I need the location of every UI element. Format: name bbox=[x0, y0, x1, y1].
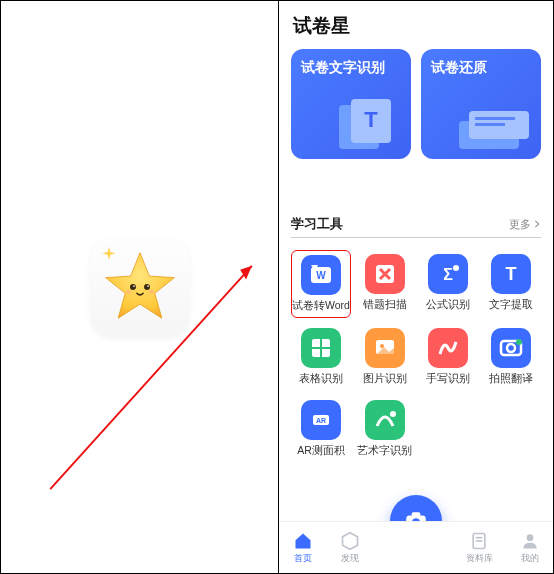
tool-word-convert[interactable]: W试卷转Word bbox=[291, 250, 351, 318]
tool-text-extract[interactable]: T文字提取 bbox=[482, 250, 541, 318]
svg-point-19 bbox=[453, 265, 459, 271]
svg-point-0 bbox=[130, 284, 136, 290]
nav-me[interactable]: 我的 bbox=[520, 531, 540, 565]
svg-point-28 bbox=[516, 339, 522, 345]
svg-marker-7 bbox=[240, 266, 252, 280]
app-icon-star[interactable] bbox=[91, 238, 189, 336]
svg-point-4 bbox=[125, 290, 130, 293]
svg-point-38 bbox=[526, 534, 533, 541]
formula-ocr-icon: Σ bbox=[428, 254, 468, 294]
svg-text:AR: AR bbox=[316, 417, 326, 424]
hex-icon bbox=[340, 531, 360, 551]
card-title: 试卷还原 bbox=[431, 59, 531, 77]
tool-label: 错题扫描 bbox=[363, 298, 407, 312]
svg-point-1 bbox=[144, 284, 150, 290]
tool-label: 文字提取 bbox=[489, 298, 533, 312]
tool-photo-translate[interactable]: 拍照翻译 bbox=[482, 324, 541, 390]
tool-wrong-scan[interactable]: 错题扫描 bbox=[355, 250, 414, 318]
paper-stack-icon bbox=[455, 101, 533, 153]
word-convert-icon: W bbox=[301, 255, 341, 295]
wrong-scan-icon bbox=[365, 254, 405, 294]
text-extract-icon: T bbox=[491, 254, 531, 294]
svg-point-25 bbox=[380, 344, 384, 348]
svg-rect-13 bbox=[475, 117, 515, 120]
tool-handwriting[interactable]: 手写识别 bbox=[418, 324, 477, 390]
left-pane bbox=[1, 1, 279, 573]
card-text-ocr[interactable]: 试卷文字识别 T bbox=[291, 49, 411, 159]
tool-label: 艺术字识别 bbox=[357, 444, 412, 458]
tool-label: AR测面积 bbox=[297, 444, 345, 458]
tool-label: 手写识别 bbox=[426, 372, 470, 386]
tool-grid: W试卷转Word错题扫描Σ公式识别T文字提取表格识别图片识别手写识别拍照翻译AR… bbox=[279, 238, 553, 462]
section-title: 学习工具 bbox=[291, 215, 343, 233]
doc-icon: T bbox=[333, 95, 403, 153]
nav-home[interactable]: 首页 bbox=[293, 531, 313, 565]
handwriting-icon bbox=[428, 328, 468, 368]
app-title: 试卷星 bbox=[279, 1, 553, 49]
user-icon bbox=[520, 531, 540, 551]
svg-text:W: W bbox=[316, 270, 326, 281]
tool-label: 公式识别 bbox=[426, 298, 470, 312]
svg-point-2 bbox=[133, 285, 135, 287]
image-ocr-icon bbox=[365, 328, 405, 368]
svg-text:T: T bbox=[506, 264, 517, 284]
svg-point-27 bbox=[507, 344, 515, 352]
sparkle-icon bbox=[101, 246, 117, 262]
art-font-ocr-icon bbox=[365, 400, 405, 440]
tool-label: 图片识别 bbox=[363, 372, 407, 386]
tool-table-ocr[interactable]: 表格识别 bbox=[291, 324, 351, 390]
chevron-right-icon bbox=[533, 220, 541, 228]
tool-ar-area[interactable]: ARAR测面积 bbox=[291, 396, 351, 462]
svg-point-31 bbox=[390, 411, 396, 417]
svg-text:Σ: Σ bbox=[443, 266, 453, 283]
photo-translate-icon bbox=[491, 328, 531, 368]
tool-label: 表格识别 bbox=[299, 372, 343, 386]
ar-area-icon: AR bbox=[301, 400, 341, 440]
svg-point-5 bbox=[148, 290, 153, 293]
table-ocr-icon bbox=[301, 328, 341, 368]
svg-text:T: T bbox=[364, 107, 378, 132]
home-icon bbox=[293, 531, 313, 551]
right-pane: 试卷星 试卷文字识别 T 试卷还原 bbox=[279, 1, 553, 573]
svg-rect-34 bbox=[412, 512, 421, 516]
bottom-nav: 首页 发现 资料库 我的 bbox=[279, 521, 553, 573]
svg-rect-14 bbox=[475, 123, 505, 126]
tool-image-ocr[interactable]: 图片识别 bbox=[355, 324, 414, 390]
tool-formula-ocr[interactable]: Σ公式识别 bbox=[418, 250, 477, 318]
tool-label: 试卷转Word bbox=[292, 299, 350, 313]
svg-point-3 bbox=[147, 285, 149, 287]
nav-library[interactable]: 资料库 bbox=[466, 531, 493, 565]
doc-icon bbox=[469, 531, 489, 551]
tool-label: 拍照翻译 bbox=[489, 372, 533, 386]
tool-art-font-ocr[interactable]: 艺术字识别 bbox=[355, 396, 414, 462]
card-restore[interactable]: 试卷还原 bbox=[421, 49, 541, 159]
more-link[interactable]: 更多 bbox=[509, 217, 541, 232]
card-title: 试卷文字识别 bbox=[301, 59, 401, 77]
nav-discover[interactable]: 发现 bbox=[340, 531, 360, 565]
